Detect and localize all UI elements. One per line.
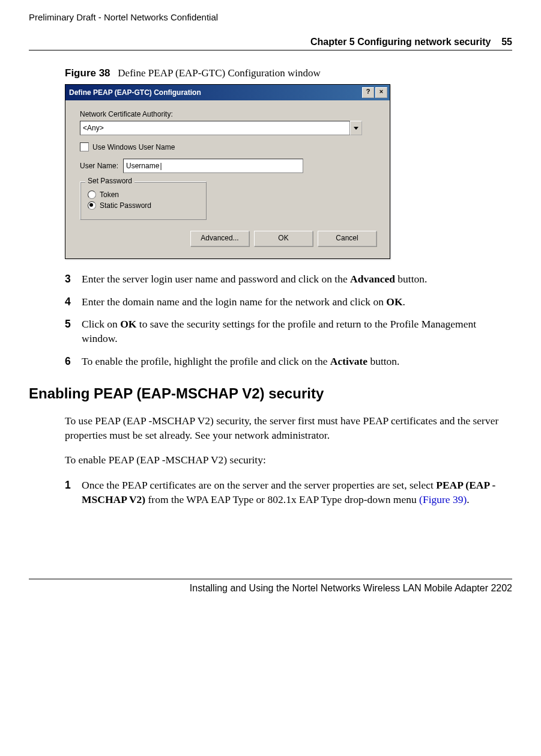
figure-caption-text: Define PEAP (EAP-GTC) Configuration wind… [118, 67, 320, 79]
username-label: User Name: [80, 162, 118, 170]
token-radio-label: Token [100, 191, 119, 199]
step-5: 5 Click on OK to save the security setti… [65, 317, 512, 346]
chevron-down-icon [354, 127, 358, 130]
step-text: Once the PEAP certificates are on the se… [82, 479, 436, 491]
dropdown-button[interactable] [350, 121, 362, 135]
step-text: Enter the server login user name and pas… [82, 273, 350, 285]
username-value: Username [126, 162, 162, 170]
use-windows-user-label: Use Windows User Name [92, 143, 175, 151]
step-text: Enter the domain name and the login name… [82, 296, 386, 308]
step-bold: OK [120, 318, 136, 330]
step-3: 3 Enter the server login user name and p… [65, 272, 512, 287]
step-number: 6 [65, 355, 82, 369]
step-number: 4 [65, 295, 82, 309]
dialog-titlebar: Define PEAP (EAP-GTC) Configuration ? × [65, 85, 390, 100]
help-button[interactable]: ? [362, 87, 374, 98]
step-text: To enable the profile, highlight the pro… [82, 355, 330, 367]
confidential-header: Preliminary Draft - Nortel Networks Conf… [29, 12, 512, 22]
chapter-title: Chapter 5 Configuring network security [310, 37, 491, 47]
paragraph: To enable PEAP (EAP -MSCHAP V2) security… [65, 453, 512, 468]
figure-reference-link[interactable]: (Figure 39) [419, 493, 467, 505]
paragraph: To use PEAP (EAP -MSCHAP V2) security, t… [65, 414, 512, 442]
cancel-button[interactable]: Cancel [318, 231, 376, 246]
group-title: Set Password [85, 177, 134, 185]
ok-button[interactable]: OK [254, 231, 313, 246]
static-password-radio[interactable] [88, 201, 96, 210]
section-heading: Enabling PEAP (EAP-MSCHAP V2) security [29, 385, 512, 402]
dialog-title: Define PEAP (EAP-GTC) Configuration [69, 88, 201, 97]
step-text: button. [395, 273, 427, 285]
use-windows-user-checkbox[interactable] [80, 142, 89, 151]
cert-auth-dropdown[interactable]: <Any> [80, 121, 362, 135]
step-text: Click on [82, 318, 120, 330]
username-input[interactable]: Username [123, 159, 303, 173]
step-text: to save the security settings for the pr… [82, 318, 476, 344]
footer: Installing and Using the Nortel Networks… [29, 579, 512, 594]
page-number: 55 [501, 37, 512, 47]
step-text: button. [367, 355, 399, 367]
step-number: 5 [65, 317, 82, 346]
step-text: from the WPA EAP Type or 802.1x EAP Type… [145, 493, 419, 505]
step-text: . [403, 296, 405, 308]
static-password-radio-label: Static Password [100, 201, 151, 210]
step-4: 4 Enter the domain name and the login na… [65, 295, 512, 309]
set-password-group: Set Password Token Static Password [80, 181, 207, 220]
cert-auth-label: Network Certificate Authority: [80, 110, 380, 118]
step-6: 6 To enable the profile, highlight the p… [65, 355, 512, 369]
token-radio[interactable] [88, 191, 96, 199]
advanced-button[interactable]: Advanced... [190, 231, 249, 246]
dialog-screenshot: Define PEAP (EAP-GTC) Configuration ? × … [65, 84, 512, 259]
step-text: . [467, 493, 469, 505]
step-bold: Activate [330, 355, 367, 367]
cert-auth-value: <Any> [80, 121, 350, 135]
step-number: 3 [65, 272, 82, 287]
step-1: 1 Once the PEAP certificates are on the … [65, 478, 512, 507]
step-bold: OK [386, 296, 402, 308]
step-bold: Advanced [350, 273, 395, 285]
figure-caption: Figure 38 Define PEAP (EAP-GTC) Configur… [65, 67, 512, 79]
step-number: 1 [65, 478, 82, 507]
close-button[interactable]: × [375, 87, 387, 98]
chapter-header: Chapter 5 Configuring network security 5… [29, 37, 512, 50]
figure-label: Figure 38 [65, 67, 110, 79]
